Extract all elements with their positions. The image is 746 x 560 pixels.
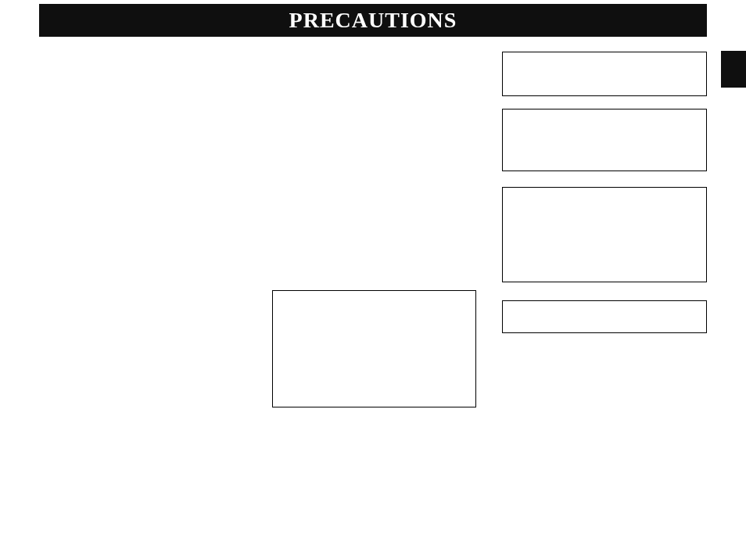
box-right-4 [502, 300, 707, 333]
box-center [272, 290, 476, 407]
box-right-2 [502, 109, 707, 171]
box-right-3 [502, 187, 707, 282]
side-tab [721, 51, 746, 88]
box-right-1 [502, 52, 707, 96]
page-title: PRECAUTIONS [289, 8, 457, 33]
header-bar: PRECAUTIONS [39, 4, 707, 37]
